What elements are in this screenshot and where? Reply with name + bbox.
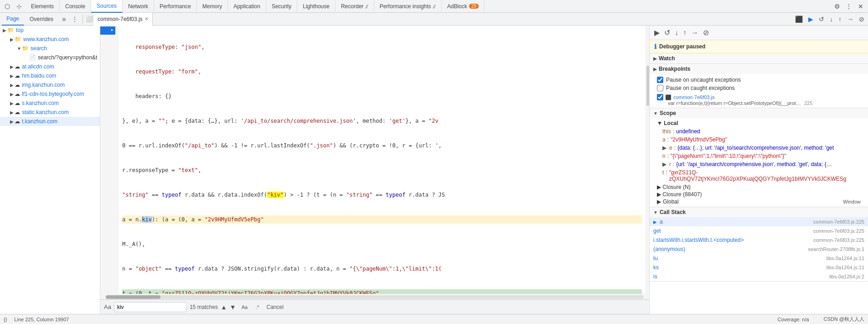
find-input[interactable]	[114, 302, 187, 312]
tree-item-bytegoofy[interactable]: ▶ ☁ lf1-cdn-tos.bytegoofy.com	[0, 89, 100, 99]
section-callstack-header[interactable]: ▼ Call Stack	[650, 207, 868, 217]
tab-performance[interactable]: Performance	[154, 0, 197, 13]
step-into-icon[interactable]: ↓	[828, 15, 835, 24]
scope-local-header[interactable]: ▼ Local	[657, 120, 861, 126]
scope-closure-88407-header[interactable]: ▶ Closure (88407)	[657, 191, 861, 198]
tree-item-statickanzhun[interactable]: ▶ ☁ static.kanzhun.com	[0, 108, 100, 117]
tree-label-alicdn: at.alicdn.com	[22, 63, 54, 70]
tree-item-alicdn[interactable]: ▶ ☁ at.alicdn.com	[0, 62, 100, 71]
cursor-icon[interactable]: ⊹	[14, 1, 25, 12]
tree-item-search[interactable]: ▼ 📁 search	[0, 44, 100, 53]
dbg-deactivate[interactable]: ⊘	[702, 27, 710, 38]
file-icon: ⬜	[86, 16, 93, 22]
find-regex-btn[interactable]: .*	[253, 303, 262, 311]
tree-item-skanzhun[interactable]: ▶ ☁ s.kanzhun.com	[0, 99, 100, 108]
code-vscroll[interactable]	[646, 26, 649, 294]
callstack-row-anon[interactable]: (anonymous) searchRouter-2708fb.js:1	[650, 245, 868, 254]
devtools-icon[interactable]: ⬡	[2, 1, 13, 12]
tree-item-tkanzhun[interactable]: ▶ ☁ t.kanzhun.com	[0, 117, 100, 126]
collapse-panel-icon[interactable]: ⬛	[793, 15, 805, 24]
tab-recorder[interactable]: Recorder ⎎	[336, 0, 374, 13]
hscroll-thumb	[106, 295, 160, 299]
expand-r[interactable]: ▶	[662, 161, 666, 167]
more-options-icon[interactable]: ⋮	[843, 1, 854, 12]
scope-local-label: Local	[664, 120, 678, 126]
file-tab-close[interactable]: ✕	[145, 16, 149, 22]
close-devtools-icon[interactable]: ✕	[855, 1, 866, 12]
bp-line-num: 225	[804, 100, 812, 106]
file-tab[interactable]: common-7e6f03.js ✕	[94, 13, 153, 26]
scope-key-a: a	[662, 136, 666, 143]
tab-network[interactable]: Network	[123, 0, 154, 13]
find-cancel-btn[interactable]: Cancel	[266, 304, 283, 310]
bp-snippet-text: var r=function(e,t){return r=Object.setP…	[668, 100, 801, 106]
deactivate-breakpoints-icon[interactable]: ⊘	[857, 15, 866, 24]
bp-file-icon: ⬛	[665, 94, 672, 100]
code-line: r.responseType = "text",	[122, 166, 642, 174]
tab-elements[interactable]: Elements	[26, 0, 60, 13]
step-out-icon[interactable]: ↑	[837, 15, 843, 24]
bp-filename[interactable]: common-7e6f03.js	[673, 94, 715, 100]
code-area[interactable]: ➤ responseType: "json", requestType: "fo…	[100, 26, 649, 294]
tree-item-baidu[interactable]: ▶ ☁ hm.baidu.com	[0, 71, 100, 80]
tree-item-searchfile[interactable]: 📄 search/?query=python&t	[0, 53, 100, 62]
code-panel: ➤ responseType: "json", requestType: "fo…	[100, 26, 649, 314]
tab-console[interactable]: Console	[60, 0, 91, 13]
code-line: 0 == r.url.indexOf("/api_to") && -1 != r…	[122, 141, 642, 150]
dbg-stepout[interactable]: ↑	[682, 28, 687, 38]
section-callstack: ▼ Call Stack ▶ a common-7e6f03.js:225 ge…	[650, 207, 868, 282]
callstack-row-a[interactable]: ▶ a common-7e6f03.js:225	[650, 217, 868, 226]
step-icon[interactable]: →	[845, 15, 855, 24]
section-watch-header[interactable]: ▶ Watch	[650, 53, 868, 63]
code-line: requestType: "form",	[122, 68, 642, 76]
debugger-paused: ℹ Debugger paused	[650, 40, 868, 53]
settings-icon[interactable]: ⚙	[832, 1, 842, 12]
tab-security[interactable]: Security	[266, 0, 297, 13]
dbg-step[interactable]: →	[690, 28, 699, 38]
subtab-page[interactable]: Page	[2, 13, 24, 26]
tab-application[interactable]: Application	[228, 0, 266, 13]
find-case-btn[interactable]: Aa	[239, 303, 250, 311]
code-hscroll[interactable]	[100, 294, 649, 299]
bp-uncaught: Pause on uncaught exceptions	[657, 76, 861, 84]
tree-label-searchfile: search/?query=python&t	[38, 54, 97, 61]
find-next-btn[interactable]: ▼	[230, 303, 236, 311]
dbg-stepinto[interactable]: ↓	[674, 28, 679, 38]
bp-file-check[interactable]	[657, 94, 663, 100]
callstack-file-a: common-7e6f03.js:225	[813, 219, 864, 225]
dbg-stepover[interactable]: ↺	[663, 27, 671, 38]
scope-global-right: Window	[843, 199, 861, 204]
subtab-more-options[interactable]: ⋮	[70, 15, 80, 24]
tab-performance-insights[interactable]: Performance insights ⎎	[374, 0, 442, 13]
dbg-resume[interactable]: ▶	[653, 27, 661, 38]
bp-caught-check[interactable]	[657, 85, 663, 91]
tab-lighthouse[interactable]: Lighthouse	[297, 0, 336, 13]
code-line-highlighted: a = n.kiv): (a = (0, a = "2v9HMyUfmdV5eP…	[122, 215, 642, 224]
tree-item-imgkanzhun[interactable]: ▶ ☁ img.kanzhun.com	[0, 80, 100, 89]
section-scope-header[interactable]: ▼ Scope	[650, 108, 868, 118]
step-over-icon[interactable]: ↺	[817, 15, 826, 24]
subtab-more[interactable]: »	[59, 15, 69, 23]
callstack-row-is[interactable]: is libs-0a1264.js:2	[650, 272, 868, 281]
tree-item-kanzhun[interactable]: ▶ 📁 www.kanzhun.com	[0, 35, 100, 44]
tab-memory[interactable]: Memory	[197, 0, 228, 13]
find-prev-btn[interactable]: ▲	[221, 303, 227, 311]
resume-icon[interactable]: ▶	[806, 15, 815, 24]
scope-val-r: {url: '/api_to/search/comprehensive.json…	[676, 161, 832, 167]
arrow-bytegoofy: ▶	[9, 92, 15, 97]
callstack-row-istarts[interactable]: i.startsWith.i.startsWith.t.<computed> c…	[650, 235, 868, 245]
scope-local-rows: this: undefined a: "2v9HMyUfmdV5ePbg" ▶ …	[662, 127, 861, 183]
tree-item-top[interactable]: ▶ 📁 top	[0, 26, 100, 35]
tab-adblock[interactable]: AdBlock 29	[442, 0, 485, 13]
section-bp-header[interactable]: ▶ Breakpoints	[650, 64, 868, 74]
expand-e[interactable]: ▶	[662, 145, 666, 151]
subtab-overrides[interactable]: Overrides	[25, 13, 58, 26]
callstack-row-tu[interactable]: tu libs-0a1264.js:11	[650, 254, 868, 263]
callstack-row-ks[interactable]: ks libs-0a1264.js:11	[650, 263, 868, 272]
status-format-icon[interactable]: {}	[4, 317, 7, 322]
tab-sources[interactable]: Sources	[91, 0, 123, 13]
callstack-row-get[interactable]: get common-7e6f03.js:225	[650, 226, 868, 235]
scope-closure-n-header[interactable]: ▶ Closure (N)	[657, 184, 861, 190]
bp-uncaught-check[interactable]	[657, 77, 663, 83]
scope-global-header[interactable]: ▶ Global Window	[657, 199, 861, 205]
